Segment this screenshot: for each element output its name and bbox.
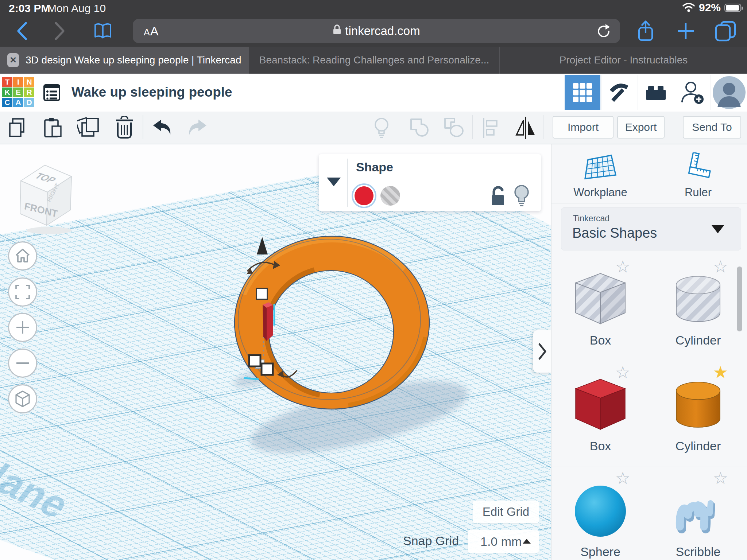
shape-library: ☆ Box ☆ Cylinder ☆ [551,254,747,560]
zoom-in-button[interactable] [8,313,37,342]
copy-icon[interactable] [5,115,31,141]
sidebar-scrollbar[interactable] [737,267,742,331]
ruler-label: Ruler [685,186,712,199]
shape-label: Scribble [649,545,747,559]
color-swatch-transparent[interactable] [380,186,400,206]
tab-beanstack[interactable]: Beanstack: Reading Challenges and Person… [249,47,499,74]
url-text: tinkercad.com [345,24,420,38]
tab-close-icon[interactable]: ✕ [7,53,19,67]
design-properties-icon[interactable] [43,84,61,101]
tinkercad-logo[interactable]: T I N K E R C A D [2,77,34,108]
box-red-image [571,374,630,432]
scale-handle-bottom-b[interactable] [262,363,273,375]
delete-icon[interactable] [111,115,138,141]
shape-tile-box-red[interactable]: ☆ Box [551,362,649,467]
tab-tinkercad[interactable]: ✕ 3D design Wake up sleeping people | Ti… [0,47,249,74]
back-button[interactable] [11,15,33,47]
browser-chrome: 2:03 PM Mon Aug 10 92% [0,0,747,47]
forward-button[interactable] [49,15,71,47]
cylinder-orange-image [669,374,727,432]
date: Mon Aug 10 [47,2,106,15]
workplane-tool[interactable]: Workplane [551,144,649,203]
duplicate-icon[interactable] [76,115,102,141]
fit-view-button[interactable] [8,277,37,307]
tab-title: Beanstack: Reading Challenges and Person… [259,54,489,66]
edit-toolbar: Import Export Send To [0,112,747,144]
toolbar-divider [472,115,473,139]
chevron-down-icon [712,225,724,233]
snap-grid-label: Snap Grid [403,534,459,548]
tab-title: 3D design Wake up sleeping people | Tink… [26,54,241,66]
shapes-sidebar: Workplane Ruler Tinkercad Basic Shapes [551,144,747,560]
home-view-button[interactable] [8,241,37,271]
raise-handle[interactable] [257,237,268,254]
snap-grid-select[interactable]: 1.0 mm [468,530,539,553]
color-swatch-selected[interactable] [352,183,376,208]
wifi-icon [682,1,695,14]
shape-tile-box-striped[interactable]: ☆ Box [551,256,649,362]
inspector-collapse-button[interactable] [325,175,342,189]
group-icon[interactable] [406,115,432,141]
unlock-icon[interactable] [489,185,509,210]
logo-tile: C [2,98,12,107]
hide-icon[interactable] [368,115,395,141]
snap-indicator-h [244,378,259,379]
shape-tile-scribble[interactable]: ☆ Scribble [649,467,747,560]
shape-tile-cylinder-striped[interactable]: ☆ Cylinder [649,256,747,362]
shape-tile-sphere[interactable]: ☆ Sphere [551,467,649,560]
brick-mode-button[interactable] [638,75,673,110]
brand-kicker: Tinkercad [573,214,609,223]
shape-label: Sphere [551,545,649,559]
reader-button[interactable]: AA [144,24,159,38]
status-bar: 2:03 PM Mon Aug 10 92% [0,0,747,15]
browser-toolbar: AA tinkercad.com [0,15,747,47]
sidebar-divider [551,203,747,203]
clock: 2:03 PM [9,2,50,15]
new-tab-icon[interactable] [674,15,697,47]
shape-label: Cylinder [649,439,747,453]
view-cube[interactable]: TOP FRONT RIGHT [11,159,88,236]
shape-tile-cylinder-orange[interactable]: ★ Cylinder [649,362,747,467]
share-icon[interactable] [634,15,657,47]
ruler-icon [681,152,716,184]
design-title[interactable]: Wake up sleeping people [71,85,232,100]
shape-category-dropdown[interactable]: Tinkercad Basic Shapes [561,207,741,250]
paste-icon[interactable] [40,115,66,141]
tabs-overview-icon[interactable] [713,15,738,47]
export-button[interactable]: Export [617,116,665,139]
inspector-title: Shape [356,160,393,174]
account-avatar[interactable] [711,75,747,110]
redo-icon[interactable] [185,115,211,141]
screen: 2:03 PM Mon Aug 10 92% [0,0,747,560]
sidebar-collapse-handle[interactable] [533,330,551,373]
workplane-icon [583,152,618,184]
dashboard-button[interactable] [565,75,600,110]
logo-tile: K [2,88,12,97]
address-bar[interactable]: AA tinkercad.com [133,19,620,43]
import-button[interactable]: Import [553,116,614,139]
align-icon[interactable] [478,115,504,141]
send-to-button[interactable]: Send To [683,116,741,139]
perspective-toggle-button[interactable] [8,384,37,413]
ruler-tool[interactable]: Ruler [649,144,747,203]
ungroup-icon[interactable] [441,115,467,141]
logo-tile: D [24,98,34,107]
edit-grid-button[interactable]: Edit Grid [473,501,539,523]
tab-instructables[interactable]: Project Editor - Instructables [499,47,747,74]
scale-handle-bottom-a[interactable] [249,355,260,366]
red-box-object[interactable] [263,302,273,341]
scale-handle-top[interactable] [256,288,267,299]
zoom-out-button[interactable] [8,349,37,378]
add-collaborator-button[interactable] [674,75,709,110]
bookmarks-icon[interactable] [91,15,115,47]
workplane-label: Workplane [573,186,627,199]
undo-icon[interactable] [149,115,175,141]
reload-button[interactable] [596,23,612,41]
minecraft-mode-button[interactable] [601,75,637,110]
mirror-icon[interactable] [512,115,539,141]
visibility-bulb-icon[interactable] [512,183,531,210]
caret-up-icon [523,539,531,544]
3d-viewport[interactable]: lane [0,144,551,560]
tinkercad-header: T I N K E R C A D Wake up sleeping peopl… [0,74,747,112]
toolbar-divider [143,115,143,139]
